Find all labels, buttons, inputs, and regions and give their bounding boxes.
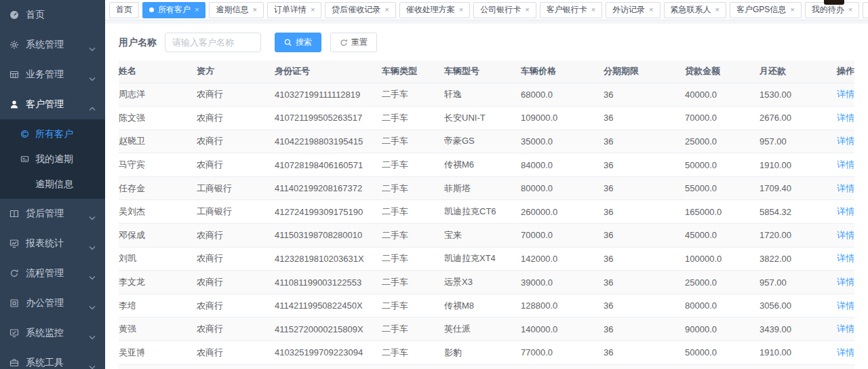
sidebar-item-system-monitor[interactable]: 系统监控	[0, 318, 105, 348]
table-row: 刘凯 农商行 41232819810203631X 二手车 凯迪拉克XT4 14…	[119, 247, 854, 271]
cell-id-number: 410728198406160571	[275, 153, 382, 177]
detail-link[interactable]: 详情	[837, 206, 854, 216]
tab-close-icon[interactable]	[848, 6, 852, 14]
tab-close-icon[interactable]	[195, 6, 199, 14]
sidebar-item-label: 系统管理	[26, 39, 64, 51]
table-row: 李培 农商行 41142119950822450X 二手车 传祺M8 12880…	[119, 294, 854, 317]
view-tab[interactable]: 催收处理方案	[399, 2, 470, 18]
cell-monthly: 1720.00	[760, 224, 814, 248]
sidebar-item-process-mgmt[interactable]: 流程管理	[0, 258, 105, 288]
cell-term: 36	[604, 200, 685, 224]
cell-monthly: 1709.40	[760, 176, 814, 200]
sidebar-item-my-overdue[interactable]: 我的逾期	[0, 147, 105, 172]
cell-term: 36	[604, 106, 685, 130]
customer-name-input[interactable]	[165, 33, 261, 52]
tab-label: 客户银行卡	[547, 4, 587, 16]
view-tab[interactable]: 外访记录	[606, 2, 660, 18]
cell-vehicle-type: 二手车	[382, 153, 444, 177]
tab-close-icon[interactable]	[384, 6, 389, 14]
tab-close-icon[interactable]	[591, 6, 595, 14]
col-header-action: 操作	[814, 60, 854, 83]
view-tab[interactable]: 贷后催收记录	[325, 2, 395, 18]
cell-price	[521, 364, 604, 369]
sidebar-item-label: 逾期信息	[35, 178, 73, 191]
sidebar-item-customer-mgmt[interactable]: 客户管理	[0, 90, 105, 119]
cell-vehicle-type: 二手车	[382, 341, 444, 365]
view-tab[interactable]: 客户GPS信息	[730, 2, 802, 18]
table-row: 邓保成 农商行 411503198708280010 二手车 宝来 70000.…	[119, 224, 854, 248]
cell-vehicle-type: 二手车	[382, 247, 444, 271]
view-tab[interactable]: 首页	[109, 2, 139, 18]
cell-funder: 工商银行	[197, 200, 275, 224]
search-field-label: 用户名称	[119, 37, 157, 49]
detail-link[interactable]: 详情	[837, 300, 854, 311]
tab-label: 公司银行卡	[480, 4, 521, 16]
cell-name: 马守宾	[119, 153, 197, 177]
cell-id-number: 410422198803195415	[275, 130, 382, 153]
cell-funder: 农商行	[197, 317, 275, 341]
sidebar-item-office-mgmt[interactable]: 办公管理	[0, 288, 105, 318]
cell-model: 英仕派	[444, 317, 521, 341]
sidebar-item-overdue-info[interactable]: 逾期信息	[0, 172, 105, 197]
tab-close-icon[interactable]	[459, 6, 463, 14]
sidebar-item-label: 首页	[26, 9, 45, 21]
cell-funder: 工商银行	[197, 176, 275, 200]
table-row: 黄强 农商行 41152720000215809X 二手车 英仕派 140000…	[119, 317, 854, 341]
view-tab[interactable]: 我的流程	[863, 2, 868, 18]
tab-close-icon[interactable]	[715, 6, 719, 14]
detail-link[interactable]: 详情	[837, 136, 854, 146]
detail-link[interactable]: 详情	[837, 253, 854, 263]
chart-monitor-icon	[9, 239, 19, 248]
detail-link[interactable]: 详情	[837, 113, 854, 123]
detail-link[interactable]: 详情	[837, 347, 854, 357]
col-header-loan-amount: 贷款金额	[685, 60, 760, 83]
tab-close-icon[interactable]	[790, 6, 794, 14]
table-row: 任存金 工商银行 411402199208167372 二手车 菲斯塔 8000…	[119, 176, 854, 200]
table-row: 吴刘杰 工商银行 412724199309175190 二手车 凯迪拉克CT6 …	[119, 200, 854, 224]
search-icon	[284, 39, 292, 47]
tab-label: 首页	[116, 4, 132, 16]
gear-icon	[9, 40, 19, 50]
search-button[interactable]: 搜索	[275, 33, 321, 52]
sidebar-item-system-mgmt[interactable]: 系统管理	[0, 30, 105, 60]
sidebar-item-home[interactable]: 首页	[0, 0, 105, 30]
cell-price: 70000.0	[521, 224, 604, 248]
col-header-term: 分期期限	[604, 60, 685, 83]
view-tab[interactable]: 订单详情	[267, 2, 321, 18]
chevron-down-icon	[89, 73, 96, 83]
monitor-check-icon	[9, 328, 19, 338]
cell-vehicle-type: 二手车	[382, 317, 444, 341]
detail-link[interactable]: 详情	[837, 230, 854, 240]
tab-close-icon[interactable]	[525, 6, 529, 14]
detail-link[interactable]: 详情	[837, 159, 854, 170]
sidebar-item-postloan-mgmt[interactable]: 贷后管理	[0, 199, 105, 229]
detail-link[interactable]: 详情	[837, 89, 854, 99]
view-tab[interactable]: 逾期信息	[209, 2, 263, 18]
detail-link[interactable]: 详情	[837, 183, 854, 193]
detail-link[interactable]: 详情	[837, 277, 854, 287]
view-tab[interactable]: 所有客户	[142, 2, 205, 18]
col-header-price: 车辆价格	[521, 60, 604, 83]
cell-model: 长安UNI-T	[444, 106, 521, 130]
view-tab[interactable]: 客户银行卡	[540, 2, 602, 18]
sidebar-item-label: 客户管理	[26, 98, 64, 111]
sidebar-item-system-tools[interactable]: 系统工具	[0, 348, 105, 369]
tab-close-icon[interactable]	[649, 6, 653, 14]
cell-id-number: 410721199505263517	[275, 106, 382, 130]
cell-price: 140000.0	[521, 317, 604, 341]
avatar[interactable]	[824, 0, 844, 5]
view-tab[interactable]: 公司银行卡	[473, 2, 536, 18]
col-header-vehicle-type: 车辆类型	[382, 60, 444, 83]
sidebar-item-business-mgmt[interactable]: 业务管理	[0, 60, 105, 90]
reset-button[interactable]: 重置	[330, 33, 377, 52]
detail-link[interactable]: 详情	[837, 324, 854, 334]
cell-id-number: 411081199003122553	[275, 271, 382, 294]
tab-close-icon[interactable]	[252, 6, 256, 14]
search-form: 用户名称 搜索 重置	[105, 24, 868, 60]
cell-term: 36	[604, 364, 685, 369]
view-tab[interactable]: 紧急联系人	[664, 2, 726, 18]
sidebar-item-report-stats[interactable]: 报表统计	[0, 229, 105, 258]
chevron-up-icon	[89, 102, 96, 113]
sidebar-item-all-customers[interactable]: 所有客户	[0, 121, 105, 147]
tab-close-icon[interactable]	[311, 6, 315, 14]
